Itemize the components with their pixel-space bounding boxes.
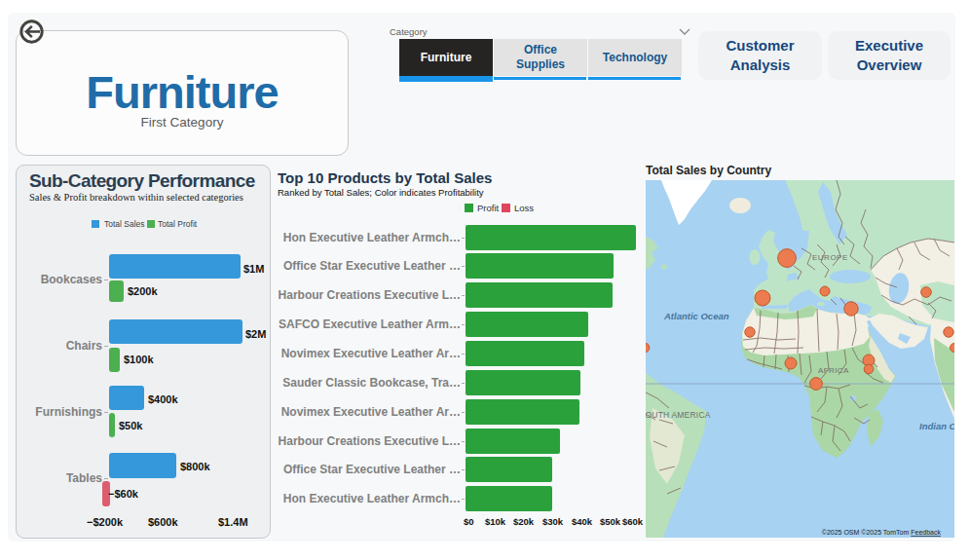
svg-text:OUTH AMERICA: OUTH AMERICA: [646, 410, 711, 420]
svg-text:Atlantic Ocean: Atlantic Ocean: [663, 311, 729, 321]
svg-text:Indian Oc: Indian Oc: [919, 421, 954, 431]
svg-text:©2025 OSM ©2025 TomTom Feedbac: ©2025 OSM ©2025 TomTom Feedback: [822, 529, 942, 536]
svg-text:AFRICA: AFRICA: [818, 366, 849, 375]
svg-text:EUROPE: EUROPE: [812, 253, 848, 262]
